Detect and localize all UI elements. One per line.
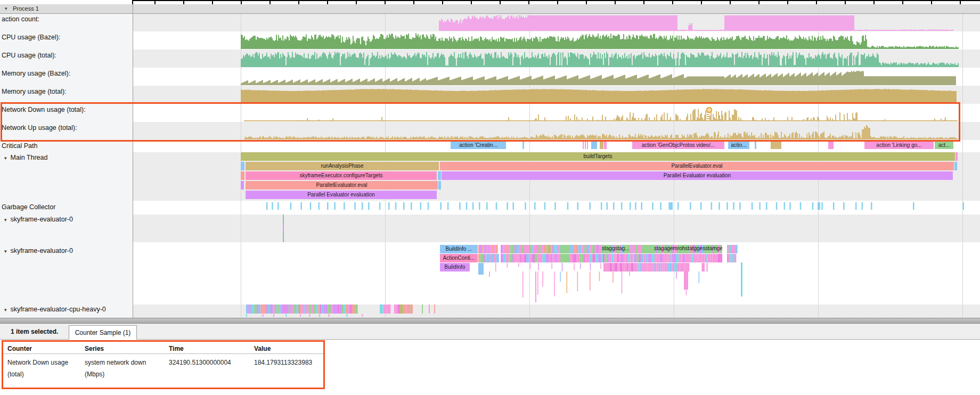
expand-triangle-icon[interactable]: ▾ [4,155,7,161]
table-cell: 324190.51300000004 [169,357,249,368]
ruler-line [133,0,980,1]
expand-triangle-icon[interactable]: ▾ [4,307,7,312]
main-thread-slice[interactable]: ParallelEvaluator.eval [246,181,438,190]
sidebar-track-label[interactable]: Memory usage (total): [2,88,67,95]
ruler-tick [816,0,817,4]
sidebar-track-label[interactable]: ▾skyframe-evaluator-cpu-heavy-0 [4,306,106,313]
sidebar-track-label[interactable]: Network Down usage (total): [2,106,86,113]
process-label: Process 1 [13,5,39,12]
table-header-divider [3,353,325,354]
expand-triangle-icon[interactable]: ▾ [4,217,7,223]
sidebar-track-label-text: action count: [2,15,39,23]
table-column-header[interactable]: Counter [7,345,32,352]
critical-path-slice[interactable] [583,141,584,149]
table-cell: 184.1793113323983 [254,357,334,368]
panel-splitter[interactable] [0,318,980,324]
skyframe1-sliver[interactable] [283,224,284,233]
sidebar-divider [133,4,133,318]
collapse-triangle-icon[interactable]: ▾ [5,6,7,11]
skyframe-band-label: stagagemrohstatggesstamge.remot... [654,245,722,251]
ruler-tick [730,0,731,4]
sidebar-track-label[interactable]: CPU usage (total): [2,52,56,59]
critical-path-slice[interactable] [600,141,603,149]
sidebar-track-label-text: Memory usage (Bazel): [2,70,70,77]
critical-path-slice[interactable]: actio... [728,141,749,149]
main-thread-slice[interactable] [438,181,441,190]
critical-path-slice[interactable]: act... [935,141,953,149]
critical-path-slice[interactable] [585,141,586,149]
critical-path-slice[interactable] [755,141,756,149]
skyframe-slice[interactable]: ActionConti... [440,254,478,262]
main-thread-slice[interactable]: Parallel Evaluator evaluation [246,191,437,199]
sidebar-track-label[interactable]: action count: [2,15,39,23]
main-thread-slice[interactable] [241,171,244,180]
main-thread-slice[interactable]: runAnalysisPhase [246,162,439,170]
trace-viewer: ▾ Process 1 action count:CPU usage (Baze… [0,0,980,395]
main-thread-slice[interactable]: buildTargets [241,152,955,161]
sidebar-track-label-text: Network Down usage (total): [2,106,86,113]
sidebar-track-label[interactable]: Memory usage (Bazel): [2,70,70,77]
ruler-tick [442,0,443,4]
sidebar-track-label[interactable]: Garbage Collector [2,203,55,211]
track-sidebar: action count:CPU usage (Bazel):CPU usage… [0,14,133,318]
critical-path-slice[interactable]: action 'Creatin... [451,141,506,149]
skyframe-band-label: staggstag... [602,245,655,251]
ruler-tick [902,0,903,4]
main-thread-slice[interactable] [241,181,244,190]
skyframe-slice[interactable]: BuildInfo [440,263,470,271]
sidebar-track-label[interactable]: Network Up usage (total): [2,124,77,131]
critical-path-slice[interactable] [828,141,834,149]
table-cell: Network Down usage (total) [7,357,79,380]
ruler-tick [787,0,788,4]
main-thread-slice[interactable]: Parallel Evaluator evaluation [442,171,953,180]
table-column-header[interactable]: Value [254,345,271,352]
critical-path-slice[interactable] [771,141,781,149]
ruler-tick [327,0,328,4]
sidebar-track-label-text: Memory usage (total): [2,88,67,95]
tab-counter-sample[interactable]: Counter Sample (1) [69,325,137,340]
selection-status: 1 item selected. [11,328,58,335]
expand-triangle-icon[interactable]: ▾ [4,249,7,254]
table-column-header[interactable]: Series [85,345,104,352]
selected-sample-marker[interactable] [706,107,712,113]
critical-path-slice[interactable]: action 'Linking go... [864,141,934,149]
ruler-tick [183,0,184,4]
sidebar-track-label-text: skyframe-evaluator-cpu-heavy-0 [11,306,106,313]
ruler-tick [931,0,932,4]
ruler-tick [960,0,961,4]
sidebar-track-label-text: CPU usage (Bazel): [2,34,60,41]
main-thread-slice[interactable]: skyframeExecutor.configureTargets [246,171,437,180]
sidebar-track-label[interactable]: ▾skyframe-evaluator-0 [4,216,73,223]
process-group-header[interactable]: ▾ Process 1 [0,4,980,14]
details-tab-strip: 1 item selected. Counter Sample (1) [0,324,980,340]
critical-path-slice[interactable]: action 'GenObjcProtos video/... [632,141,724,149]
critical-path-slice[interactable] [604,141,607,149]
ruler-tick [845,0,846,4]
ruler-tick [528,0,529,4]
sidebar-track-label[interactable]: ▾skyframe-evaluator-0 [4,247,73,254]
sidebar-track-label-text: Network Up usage (total): [2,124,77,131]
ruler-tick [270,0,271,4]
critical-path-slice[interactable] [587,141,588,149]
critical-path-slice[interactable] [591,141,597,149]
ruler-tick [154,0,156,4]
table-column-header[interactable]: Time [169,345,184,352]
critical-path-slice[interactable] [522,141,524,149]
ruler-tick [672,0,673,4]
main-thread-slice[interactable] [438,171,441,180]
ruler-tick [413,0,414,4]
sidebar-track-label[interactable]: Critical Path [2,142,37,150]
table-cell: system network down (Mbps) [85,357,159,380]
sidebar-track-label[interactable]: CPU usage (Bazel): [2,34,60,41]
ruler-tick [586,0,587,4]
ruler-tick [356,0,357,4]
main-thread-slice[interactable] [954,162,957,170]
sidebar-track-label-text: Critical Path [2,142,37,150]
main-thread-slice[interactable]: ParallelEvaluator.eval [440,162,954,170]
sidebar-track-label[interactable]: ▾Main Thread [4,154,47,161]
timeline-ruler[interactable] [0,0,980,4]
sidebar-track-label-text: Garbage Collector [2,203,55,211]
main-thread-slice[interactable] [241,162,244,170]
main-thread-slice[interactable] [956,152,958,161]
skyframe-slice[interactable]: BuildInfo ... [440,245,478,253]
